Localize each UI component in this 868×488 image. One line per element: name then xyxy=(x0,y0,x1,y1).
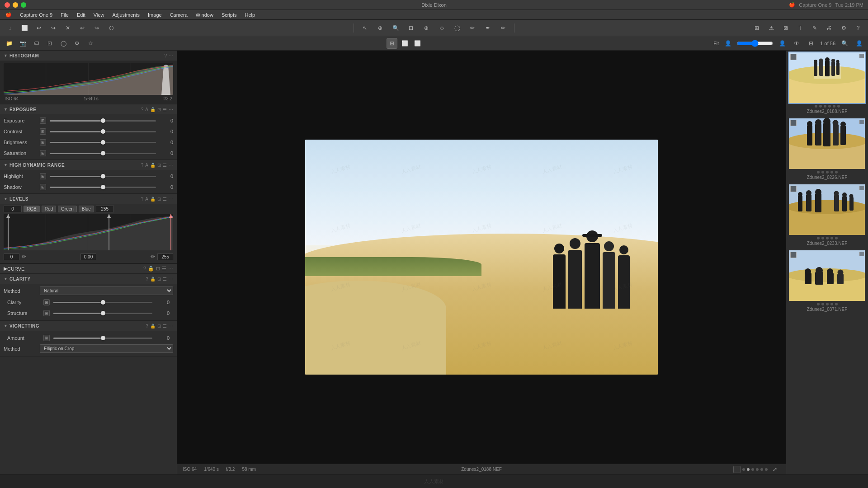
levels-auto-icon[interactable]: A xyxy=(145,197,148,202)
curve-dots-icon[interactable]: ⋯ xyxy=(168,266,173,272)
exposure-adjust-btn[interactable]: ⊞ xyxy=(40,117,46,124)
keystone-tool[interactable]: ◇ xyxy=(435,22,448,34)
exposure-lock-icon[interactable]: 🔒 xyxy=(150,107,156,112)
levels-blue-button[interactable]: Blue xyxy=(79,206,94,212)
thumb4-checkbox[interactable] xyxy=(790,252,797,258)
settings-button[interactable]: ⚙ xyxy=(837,22,850,34)
vignette-track[interactable] xyxy=(53,338,152,339)
menu-image[interactable]: Image xyxy=(144,11,165,19)
hdr-copy-icon[interactable]: ⊡ xyxy=(157,163,161,168)
maximize-button[interactable] xyxy=(21,2,26,8)
vignetting-method-select[interactable]: Elliptic on Crop xyxy=(40,344,173,353)
circle-icon-btn[interactable]: ◯ xyxy=(58,38,69,49)
hdr-header[interactable]: ▼ HIGH DYNAMIC RANGE ? A 🔒 ⊡ ☰ ⋯ xyxy=(0,160,177,170)
hdr-menu-icon[interactable]: ☰ xyxy=(163,163,167,168)
view-grid-button[interactable]: ⊞ xyxy=(387,38,397,49)
levels-right-input[interactable] xyxy=(96,206,114,212)
camera-icon-btn[interactable]: 📷 xyxy=(17,38,28,49)
cursor-tool[interactable]: ↖ xyxy=(359,22,371,34)
zoom-out-button[interactable]: 👤 xyxy=(722,38,733,49)
status-fullscreen-button[interactable]: ⤢ xyxy=(769,464,780,475)
redo2-button[interactable]: ↪ xyxy=(90,22,103,34)
contrast-track[interactable] xyxy=(50,131,156,132)
help-button[interactable]: ? xyxy=(852,22,864,34)
highlight-track[interactable] xyxy=(50,176,156,177)
menu-window[interactable]: Window xyxy=(192,11,217,19)
levels-mid-input[interactable] xyxy=(80,253,96,260)
menu-adjustments[interactable]: Adjustments xyxy=(109,11,144,19)
pen2-button[interactable]: ✎ xyxy=(808,22,821,34)
redo-button[interactable]: ↪ xyxy=(47,22,60,34)
exposure-copy-icon[interactable]: ⊡ xyxy=(157,107,161,112)
clarity-lock-icon[interactable]: 🔒 xyxy=(150,277,156,282)
profile-button[interactable]: 👁 xyxy=(791,38,802,49)
menu-apple[interactable]: 🍎 xyxy=(2,11,15,19)
hdr-question-icon[interactable]: ? xyxy=(141,163,144,168)
thumb2-checkbox[interactable] xyxy=(790,120,797,126)
clarity-menu-icon[interactable]: ☰ xyxy=(163,277,167,282)
clarity-method-select[interactable]: Natural xyxy=(40,286,173,295)
minimize-button[interactable] xyxy=(13,2,18,8)
alert-button[interactable]: ⚠ xyxy=(765,22,778,34)
clarity-question-icon[interactable]: ? xyxy=(146,277,148,282)
compare2-button[interactable]: ⊟ xyxy=(806,38,816,49)
view-single-button[interactable]: ⬜ xyxy=(399,38,410,49)
levels-output-left[interactable] xyxy=(4,253,19,260)
export-button[interactable]: ⬡ xyxy=(105,22,118,34)
close-button[interactable] xyxy=(5,2,10,8)
erase-tool[interactable]: ✏ xyxy=(497,22,509,34)
highlight-adjust-btn[interactable]: ⊞ xyxy=(40,173,46,179)
hdr-auto-icon[interactable]: A xyxy=(145,163,148,168)
settings2-icon-btn[interactable]: ⚙ xyxy=(71,38,82,49)
menu-scripts[interactable]: Scripts xyxy=(218,11,241,19)
menu-view[interactable]: View xyxy=(90,11,108,19)
grid-view-button[interactable]: ⊞ xyxy=(750,22,763,34)
thumb3-checkbox[interactable] xyxy=(790,186,797,192)
levels-output-right[interactable] xyxy=(157,253,173,260)
vignetting-question-icon[interactable]: ? xyxy=(146,324,148,328)
exposure-dots-icon[interactable]: ⋯ xyxy=(169,107,173,112)
vignetting-header[interactable]: ▼ VIGNETTING ? 🔒 ⊡ ☰ ⋯ xyxy=(0,321,177,331)
crop-tool[interactable]: ⊡ xyxy=(405,22,417,34)
saturation-track[interactable] xyxy=(50,153,156,154)
view-compare-button[interactable]: ⬜ xyxy=(412,38,423,49)
clarity-header[interactable]: ▼ CLARITY ? 🔒 ⊡ ☰ ⋯ xyxy=(0,274,177,284)
curve-header[interactable]: ▶ CURVE ? 🔒 ⊡ ☰ ⋯ xyxy=(0,263,177,273)
menu-edit[interactable]: Edit xyxy=(73,11,89,19)
undo2-button[interactable]: ↩ xyxy=(76,22,89,34)
folder-icon-btn[interactable]: 📁 xyxy=(4,38,14,49)
spot-tool[interactable]: ◯ xyxy=(451,22,463,34)
zoom-in-button[interactable]: 👤 xyxy=(777,38,788,49)
levels-left-input[interactable] xyxy=(4,206,22,212)
person-button[interactable]: 👤 xyxy=(854,38,864,49)
zoom-slider[interactable] xyxy=(737,40,773,47)
levels-dots-icon[interactable]: ⋯ xyxy=(169,197,173,202)
star-icon-btn[interactable]: ☆ xyxy=(85,38,96,49)
shadow-track[interactable] xyxy=(50,187,156,188)
vignetting-copy-icon[interactable]: ⊡ xyxy=(157,324,161,328)
rotate-tool[interactable]: ⊕ xyxy=(420,22,433,34)
exposure-header[interactable]: ▼ EXPOSURE ? A 🔒 ⊡ ☰ ⋯ xyxy=(0,104,177,114)
brightness-adjust-btn[interactable]: ⊞ xyxy=(40,139,46,145)
capture-button[interactable]: ⬜ xyxy=(18,22,31,34)
exposure-menu-icon[interactable]: ☰ xyxy=(163,107,167,112)
zoom-tool[interactable]: 🔍 xyxy=(389,22,402,34)
delete-button[interactable]: ✕ xyxy=(61,22,74,34)
structure-adjust-btn[interactable]: ⊞ xyxy=(43,310,50,316)
pen-tool[interactable]: ✒ xyxy=(481,22,494,34)
levels-rgb-button[interactable]: RGB xyxy=(24,206,40,212)
menu-camera[interactable]: Camera xyxy=(166,11,191,19)
thumb1-checkbox[interactable] xyxy=(790,54,797,60)
shadow-adjust-btn[interactable]: ⊞ xyxy=(40,184,46,190)
adjust-icon-btn[interactable]: ⊡ xyxy=(44,38,55,49)
levels-lock-icon[interactable]: 🔒 xyxy=(150,197,156,202)
exposure-track[interactable] xyxy=(50,120,156,122)
levels-header[interactable]: ▼ LEVELS ? A 🔒 ⊡ ☰ ⋯ xyxy=(0,194,177,204)
exposure-question-icon[interactable]: ? xyxy=(141,107,144,112)
vignetting-dots-icon[interactable]: ⋯ xyxy=(169,324,173,328)
levels-copy-icon[interactable]: ⊡ xyxy=(157,197,161,202)
clarity-dots-icon[interactable]: ⋯ xyxy=(169,277,173,282)
menu-help[interactable]: Help xyxy=(241,11,259,19)
levels-eyedropper-light[interactable]: ✏ xyxy=(148,252,157,261)
levels-green-button[interactable]: Green xyxy=(58,206,77,212)
